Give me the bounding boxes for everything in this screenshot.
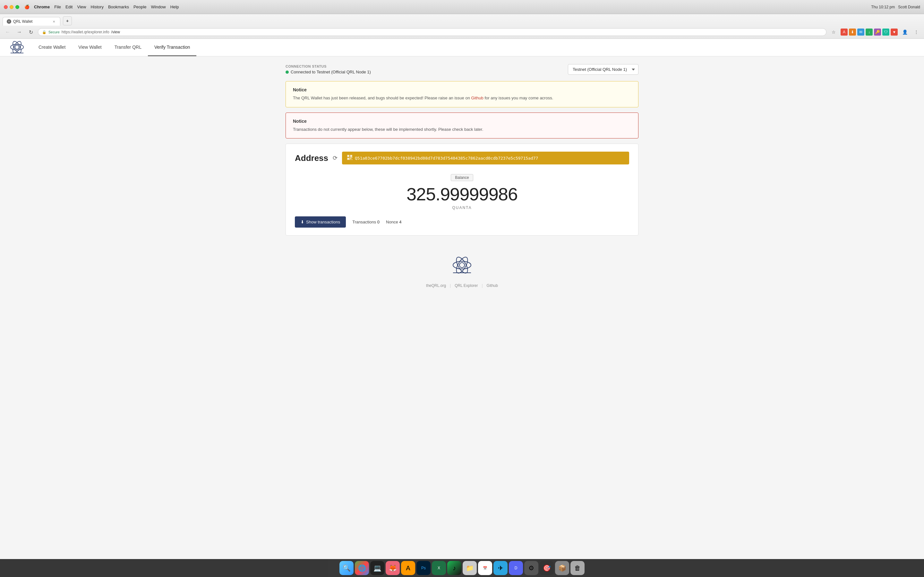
tab-title: QRL Wallet	[13, 19, 32, 24]
close-window-button[interactable]	[4, 5, 8, 9]
apple-menu[interactable]: 🍎	[24, 5, 29, 9]
notice-1-title: Notice	[293, 87, 631, 92]
username: Scott Donald	[898, 5, 920, 9]
dock-app-12[interactable]: 🎯	[540, 561, 554, 575]
forward-button[interactable]: →	[15, 27, 24, 37]
nav-create-wallet[interactable]: Create Wallet	[32, 39, 72, 56]
notice-2-text: Transactions do not currently appear bel…	[293, 126, 631, 133]
dock-app-13[interactable]: 📦	[555, 561, 569, 575]
people-menu[interactable]: People	[134, 5, 146, 9]
svg-rect-10	[348, 158, 349, 159]
connected-dot	[286, 71, 289, 74]
connection-text: Connected to Testnet (Official QRL Node …	[291, 69, 371, 74]
traffic-lights	[4, 5, 19, 9]
connection-info: CONNECTION STATUS Connected to Testnet (…	[286, 64, 371, 74]
edit-menu[interactable]: Edit	[65, 5, 73, 9]
footer-link-github[interactable]: Github	[487, 284, 498, 288]
footer-link-explorer[interactable]: QRL Explorer	[455, 284, 478, 288]
reload-button[interactable]: ↻	[26, 27, 35, 37]
tab-close-button[interactable]: ✕	[52, 19, 56, 24]
svg-rect-14	[350, 158, 351, 159]
maximize-window-button[interactable]	[15, 5, 19, 9]
footer-logo	[292, 255, 632, 278]
dock-app-4[interactable]: A	[401, 561, 415, 575]
menu-bar: 🍎 Chrome File Edit View History Bookmark…	[24, 5, 179, 9]
nonce-stat: Nonce 4	[386, 219, 401, 224]
footer-sep-2: |	[481, 284, 483, 288]
svg-rect-8	[351, 155, 352, 156]
main-content: CONNECTION STATUS Connected to Testnet (…	[276, 56, 648, 305]
extension-icons: A ⬇ ✉ ↓ 🔑 🛡 ♥	[841, 29, 898, 35]
dock-terminal[interactable]: 💻	[370, 561, 384, 575]
settings-button[interactable]: ⋮	[912, 27, 921, 37]
dock-chrome[interactable]: 🌐	[355, 561, 369, 575]
nav-links: Create Wallet View Wallet Transfer QRL V…	[32, 39, 196, 56]
dock-telegram[interactable]: ✈	[493, 561, 507, 575]
notice-2-title: Notice	[293, 119, 631, 124]
footer-sep-1: |	[450, 284, 451, 288]
svg-rect-15	[351, 158, 351, 159]
show-transactions-button[interactable]: ⬇ Show transactions	[295, 216, 346, 227]
clock: Thu 10:12 pm	[871, 5, 895, 9]
dock-excel[interactable]: X	[432, 561, 446, 575]
back-button[interactable]: ←	[3, 27, 12, 37]
footer-link-theqrl[interactable]: theQRL.org	[426, 284, 446, 288]
ext-icon-6[interactable]: 🛡	[882, 29, 889, 35]
new-tab-button[interactable]: +	[63, 16, 72, 25]
address-bar[interactable]: 🔒 Secure https://wallet.qrlexplorer.info…	[38, 28, 827, 36]
node-selector-wrapper[interactable]: Testnet (Official QRL Node 1) Mainnet (O…	[568, 64, 638, 75]
app-footer: theQRL.org | QRL Explorer | Github	[286, 242, 638, 298]
ext-icon-4[interactable]: ↓	[866, 29, 873, 35]
ext-icon-7[interactable]: ♥	[891, 29, 898, 35]
user-profile-button[interactable]: 👤	[900, 27, 909, 37]
nav-transfer-qrl[interactable]: Transfer QRL	[108, 39, 148, 56]
nav-verify-transaction[interactable]: Verify Transaction	[148, 39, 196, 56]
connection-label: CONNECTION STATUS	[286, 64, 371, 68]
window-menu[interactable]: Window	[151, 5, 166, 9]
ext-icon-3[interactable]: ✉	[857, 29, 864, 35]
dock-music[interactable]: ♪	[447, 561, 461, 575]
dock-app-11[interactable]: ⚙	[524, 561, 538, 575]
address-badge: Q51a03ce67702bb7dcf038942bd08d7d783d7540…	[342, 152, 629, 164]
file-menu[interactable]: File	[54, 5, 61, 9]
dock-firefox[interactable]: 🦊	[386, 561, 400, 575]
dock-app-10[interactable]: D	[509, 561, 523, 575]
secure-icon: 🔒	[42, 30, 47, 34]
show-tx-label: Show transactions	[306, 219, 340, 224]
transactions-stat-label: Transactions	[352, 219, 376, 224]
refresh-address-button[interactable]: ⟳	[333, 155, 338, 161]
node-selector[interactable]: Testnet (Official QRL Node 1) Mainnet (O…	[568, 64, 638, 75]
help-menu[interactable]: Help	[170, 5, 179, 9]
minimize-window-button[interactable]	[10, 5, 13, 9]
ext-icon-5[interactable]: 🔑	[874, 29, 881, 35]
url-path: /view	[111, 30, 120, 34]
connection-status: CONNECTION STATUS Connected to Testnet (…	[286, 64, 638, 75]
adblock-ext-icon[interactable]: A	[841, 29, 848, 35]
dock-files[interactable]: 📁	[463, 561, 477, 575]
footer-links: theQRL.org | QRL Explorer | Github	[292, 284, 632, 288]
balance-amount: 325.99999986	[295, 184, 629, 204]
ext-icon-2[interactable]: ⬇	[849, 29, 856, 35]
browser-tab[interactable]: ⚛ QRL Wallet ✕	[3, 17, 60, 26]
view-menu[interactable]: View	[77, 5, 86, 9]
dock-photoshop[interactable]: Ps	[417, 561, 431, 575]
browser-chrome: ⚛ QRL Wallet ✕ + ← → ↻ 🔒 Secure https://…	[0, 14, 924, 39]
history-menu[interactable]: History	[90, 5, 103, 9]
browser-toolbar: ← → ↻ 🔒 Secure https://wallet.qrlexplore…	[0, 26, 924, 39]
svg-rect-13	[352, 157, 352, 158]
tab-bar: ⚛ QRL Wallet ✕ +	[0, 14, 924, 26]
notice-box-1: Notice The QRL Wallet has just been rele…	[286, 81, 638, 107]
transactions-stat: Transactions 0	[352, 219, 380, 224]
bookmark-button[interactable]: ☆	[829, 27, 838, 37]
svg-rect-16	[352, 159, 352, 160]
svg-point-18	[459, 263, 465, 268]
balance-label: Balance	[451, 174, 473, 181]
github-link[interactable]: Github	[471, 95, 483, 100]
dock-calendar[interactable]: 📅	[478, 561, 492, 575]
address-card: Address ⟳	[286, 143, 638, 235]
dock-trash[interactable]: 🗑	[570, 561, 585, 575]
nav-view-wallet[interactable]: View Wallet	[72, 39, 108, 56]
chrome-menu[interactable]: Chrome	[34, 5, 50, 9]
bookmarks-menu[interactable]: Bookmarks	[108, 5, 129, 9]
dock-finder[interactable]: 🔍	[339, 561, 354, 575]
